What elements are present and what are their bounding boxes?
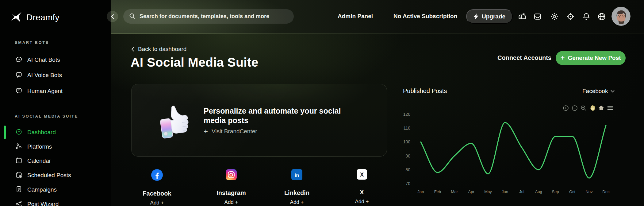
- sidebar-item-label: AI Voice Bots: [27, 72, 62, 79]
- dashboard-icon: [15, 128, 22, 137]
- menu-icon[interactable]: [607, 105, 613, 111]
- post-wizard-icon: [15, 200, 22, 206]
- platform-name: Facebook: [131, 190, 183, 197]
- promo-title: Personalize and automate your social med…: [204, 106, 342, 125]
- linkedin-icon[interactable]: in: [291, 169, 302, 181]
- sidebar-item-campaigns[interactable]: Campaigns: [15, 185, 101, 195]
- sidebar-item-label: Platforms: [27, 143, 52, 150]
- voice-bot-icon: [15, 71, 22, 80]
- back-to-dashboard-link[interactable]: Back to dashboard: [131, 46, 186, 52]
- platform-add-button[interactable]: Add +: [131, 200, 183, 206]
- plus-icon: +: [560, 54, 565, 61]
- chart-platform-dropdown[interactable]: Facebook: [582, 88, 615, 95]
- x-axis-label: Oct: [564, 189, 581, 194]
- platform-name: Linkedin: [271, 189, 323, 196]
- platform-add-button[interactable]: Add +: [271, 199, 323, 205]
- zoom-in-icon[interactable]: [562, 105, 569, 111]
- sidebar: Dreamfy SMART BOTS AI Chat Bots AI Voice…: [0, 0, 111, 206]
- mailbox-icon[interactable]: [517, 11, 528, 22]
- inbox-icon[interactable]: [532, 11, 543, 22]
- x-icon[interactable]: X: [357, 169, 367, 181]
- sidebar-item-post-wizard[interactable]: Post Wizard: [15, 199, 101, 206]
- x-axis-label: Apr: [463, 189, 480, 194]
- pan-hand-icon[interactable]: [589, 105, 596, 111]
- x-axis-label: Dec: [597, 189, 615, 194]
- platforms-icon: [15, 143, 22, 151]
- dreamfy-star-icon: [11, 12, 22, 23]
- sidebar-item-dashboard[interactable]: Dashboard: [15, 127, 101, 137]
- x-axis-label: Jun: [496, 189, 514, 194]
- sidebar-item-calendar[interactable]: Calendar: [15, 156, 101, 166]
- plus-icon: +: [204, 128, 208, 135]
- chart-toolbar: [562, 105, 613, 111]
- bell-icon[interactable]: [581, 11, 592, 22]
- x-axis-label: Jan: [412, 189, 429, 194]
- published-posts-line-chart[interactable]: [411, 109, 613, 187]
- active-item-indicator: [4, 126, 6, 139]
- upgrade-label: Upgrade: [482, 13, 505, 20]
- brand-logo[interactable]: Dreamfy: [11, 12, 59, 23]
- thumbs-up-image: [157, 102, 189, 141]
- globe-icon[interactable]: [596, 11, 607, 22]
- chevron-left-icon: [131, 47, 134, 52]
- chart-filter-value: Facebook: [582, 88, 608, 95]
- admin-panel-link[interactable]: Admin Panel: [338, 13, 373, 20]
- connect-accounts-button[interactable]: Connect Accounts: [497, 54, 551, 61]
- user-avatar[interactable]: [611, 7, 631, 26]
- x-axis-label: Mar: [446, 189, 463, 194]
- generate-new-post-button[interactable]: + Generate New Post: [556, 51, 626, 65]
- sidebar-item-label: Post Wizard: [27, 201, 59, 206]
- sidebar-item-label: Campaigns: [27, 186, 57, 193]
- svg-text:in: in: [294, 173, 299, 178]
- target-icon[interactable]: [565, 11, 576, 22]
- platform-add-button[interactable]: Add +: [336, 199, 388, 205]
- y-axis-label: 90: [398, 154, 410, 158]
- sidebar-item-label: Dashboard: [27, 129, 56, 136]
- brand-name: Dreamfy: [26, 13, 59, 22]
- sidebar-item-human-agent[interactable]: Human Agent: [15, 86, 101, 96]
- zoom-out-icon[interactable]: [571, 105, 578, 111]
- search-input[interactable]: [140, 13, 288, 20]
- visit-brandcenter-label: Visit BrandCenter: [212, 128, 257, 135]
- selection-zoom-icon[interactable]: [580, 105, 587, 111]
- sidebar-section-smart-bots: SMART BOTS: [15, 40, 49, 45]
- scheduled-posts-icon: [15, 171, 22, 180]
- sidebar-item-ai-chat-bots[interactable]: AI Chat Bots: [15, 55, 101, 65]
- visit-brandcenter-link[interactable]: + Visit BrandCenter: [204, 128, 257, 135]
- sidebar-item-scheduled-posts[interactable]: Scheduled Posts: [15, 170, 101, 180]
- app-root: Dreamfy SMART BOTS AI Chat Bots AI Voice…: [0, 0, 644, 206]
- campaigns-icon: [15, 186, 22, 194]
- sidebar-item-label: Human Agent: [27, 88, 63, 95]
- facebook-icon[interactable]: [151, 169, 163, 182]
- back-link-label: Back to dashboard: [138, 46, 186, 52]
- sidebar-item-platforms[interactable]: Platforms: [15, 142, 101, 152]
- x-axis-label: Jul: [513, 189, 530, 194]
- lightning-icon: [473, 14, 479, 19]
- x-axis-label: Nov: [581, 189, 598, 194]
- platform-name: Instagram: [205, 189, 257, 196]
- y-axis-label: 120: [398, 112, 410, 117]
- calendar-icon: [15, 157, 22, 165]
- sidebar-section-ai-social-media-suite: AI SOCIAL MEDIA SUITE: [15, 114, 78, 119]
- x-axis-label: Aug: [530, 189, 547, 194]
- reset-home-icon[interactable]: [598, 105, 604, 111]
- platform-name: X: [336, 189, 388, 196]
- chart-title: Published Posts: [403, 87, 447, 95]
- sidebar-collapse-button[interactable]: [107, 11, 118, 22]
- instagram-icon[interactable]: [226, 169, 237, 181]
- y-axis-label: 80: [398, 167, 410, 172]
- brandcenter-promo-card: Personalize and automate your social med…: [131, 84, 387, 157]
- sidebar-item-ai-voice-bots[interactable]: AI Voice Bots: [15, 70, 101, 80]
- platform-add-button[interactable]: Add +: [205, 199, 257, 205]
- page-title: AI Social Media Suite: [131, 55, 259, 70]
- chevron-down-icon: [611, 90, 615, 93]
- search-bar: [123, 9, 294, 24]
- sidebar-item-label: Scheduled Posts: [27, 172, 71, 179]
- upgrade-button[interactable]: Upgrade: [466, 9, 513, 24]
- x-axis-label: May: [480, 189, 497, 194]
- sun-icon[interactable]: [549, 11, 560, 22]
- platform-linkedin: in Linkedin Add +: [271, 169, 323, 205]
- y-axis-label: 70: [398, 181, 410, 186]
- x-axis-label: Feb: [429, 189, 446, 194]
- sidebar-item-label: Calendar: [27, 157, 51, 164]
